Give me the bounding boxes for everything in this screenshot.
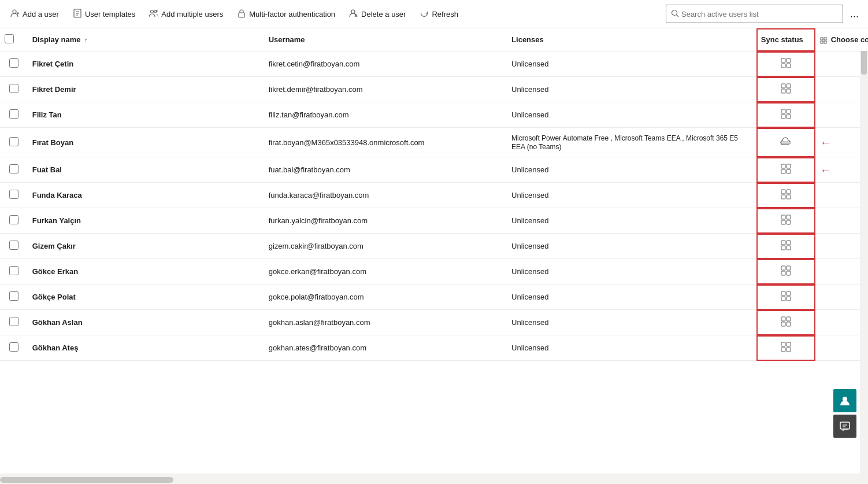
svg-rect-19	[821, 41, 823, 43]
svg-rect-60	[787, 322, 791, 326]
svg-rect-38	[787, 190, 791, 194]
synced-icon	[781, 189, 791, 199]
synced-icon	[781, 58, 791, 68]
mfa-button[interactable]: Multi-factor authentication	[231, 5, 341, 23]
username-value: gokhan.ates@firatboyan.com	[269, 343, 366, 352]
row-licenses-cell: Unlicensed	[507, 335, 756, 361]
username-label: Username	[269, 35, 305, 44]
select-all-checkbox[interactable]	[5, 34, 14, 43]
toolbar: Add a user User templates Add multiple u…	[0, 0, 868, 28]
svg-rect-57	[781, 317, 785, 321]
row-checkbox[interactable]	[9, 317, 18, 326]
row-checkbox[interactable]	[9, 291, 18, 301]
svg-rect-45	[781, 241, 785, 245]
fab-user-button[interactable]	[833, 389, 856, 412]
row-checkbox-cell	[0, 259, 28, 285]
svg-rect-11	[239, 13, 244, 17]
username-value: gokhan.aslan@firatboyan.com	[269, 318, 370, 327]
row-sync-status-cell	[756, 335, 815, 361]
row-username-cell: gokce.polat@firatboyan.com	[264, 285, 507, 310]
row-checkbox[interactable]	[9, 58, 18, 68]
svg-rect-40	[787, 195, 791, 199]
table-container: Display name ↑ Username Licenses Sync st…	[0, 28, 868, 474]
username-value: gokce.polat@firatboyan.com	[269, 293, 364, 301]
synced-icon	[781, 109, 791, 119]
svg-rect-27	[781, 89, 785, 93]
row-checkbox[interactable]	[9, 84, 18, 93]
row-licenses-cell: Unlicensed	[507, 51, 756, 77]
licenses-value: Unlicensed	[511, 267, 548, 276]
row-checkbox-cell	[0, 234, 28, 259]
add-user-button[interactable]: Add a user	[5, 5, 65, 23]
row-licenses-cell: Unlicensed	[507, 234, 756, 259]
row-checkbox[interactable]	[9, 266, 18, 275]
row-username-cell: fuat.bal@firatboyan.com	[264, 157, 507, 183]
select-all-header	[0, 28, 28, 51]
fab-chat-icon	[839, 420, 851, 432]
row-checkbox[interactable]	[9, 342, 18, 352]
licenses-value: Unlicensed	[511, 110, 548, 119]
row-checkbox[interactable]	[9, 190, 18, 199]
row-checkbox-cell	[0, 51, 28, 77]
svg-rect-61	[781, 342, 785, 346]
row-username-cell: funda.karaca@firatboyan.com	[264, 183, 507, 208]
svg-rect-39	[781, 195, 785, 199]
row-username-cell: gokce.erkan@firatboyan.com	[264, 259, 507, 285]
svg-rect-50	[787, 266, 791, 270]
user-display-name: Gökçe Polat	[32, 293, 76, 301]
svg-rect-54	[787, 291, 791, 295]
svg-rect-55	[781, 297, 785, 301]
svg-rect-66	[840, 422, 850, 429]
vertical-scrollbar[interactable]	[860, 28, 868, 474]
row-checkbox[interactable]	[9, 137, 18, 146]
delete-user-button[interactable]: Delete a user	[343, 5, 411, 23]
row-checkbox-cell	[0, 335, 28, 361]
svg-rect-37	[781, 190, 785, 194]
table-row: Gökhan Aslan⋮gokhan.aslan@firatboyan.com…	[0, 310, 868, 335]
row-name-cell: Gökhan Ateş⋮	[28, 335, 264, 361]
row-checkbox[interactable]	[9, 241, 18, 250]
svg-line-16	[676, 14, 678, 17]
user-display-name: Gökhan Ateş	[32, 343, 79, 352]
refresh-button[interactable]: Refresh	[414, 5, 464, 23]
more-options-button[interactable]: ...	[845, 5, 863, 24]
svg-rect-30	[787, 109, 791, 113]
table-row: Fikret Çetin⋮fikret.cetin@firatboyan.com…	[0, 51, 868, 77]
row-checkbox-cell	[0, 128, 28, 157]
horizontal-scrollbar[interactable]	[0, 474, 868, 484]
user-templates-icon	[73, 9, 82, 20]
add-multiple-users-button[interactable]: Add multiple users	[143, 5, 229, 23]
svg-rect-21	[781, 58, 785, 62]
svg-rect-29	[781, 109, 785, 113]
table-row: Gizem Çakır⋮gizem.cakir@firatboyan.comUn…	[0, 234, 868, 259]
fab-user-icon	[839, 395, 851, 407]
licenses-value: Unlicensed	[511, 60, 548, 68]
svg-rect-43	[781, 220, 785, 224]
refresh-icon	[420, 9, 429, 20]
row-name-cell: Furkan Yalçın⋮	[28, 208, 264, 234]
row-checkbox[interactable]	[9, 164, 18, 173]
row-checkbox-cell	[0, 157, 28, 183]
add-user-label: Add a user	[23, 10, 59, 19]
display-name-header[interactable]: Display name ↑	[28, 28, 264, 51]
fab-chat-button[interactable]	[833, 415, 856, 438]
username-value: fikret.demir@firatboyan.com	[269, 85, 363, 94]
row-checkbox[interactable]	[9, 215, 18, 224]
svg-rect-49	[781, 266, 785, 270]
row-licenses-cell: Unlicensed	[507, 157, 756, 183]
row-checkbox[interactable]	[9, 109, 18, 119]
svg-rect-46	[787, 241, 791, 245]
svg-rect-44	[787, 220, 791, 224]
table-row: Furkan Yalçın⋮furkan.yalcin@firatboyan.c…	[0, 208, 868, 234]
choose-columns-header[interactable]: Choose co	[815, 28, 868, 51]
svg-rect-22	[787, 58, 791, 62]
sync-status-header: Sync status	[756, 28, 815, 51]
row-sync-status-cell	[756, 259, 815, 285]
user-templates-button[interactable]: User templates	[67, 5, 141, 23]
search-input[interactable]	[681, 10, 838, 19]
username-value: gizem.cakir@firatboyan.com	[269, 242, 363, 250]
svg-rect-42	[787, 215, 791, 219]
row-name-cell: Gökhan Aslan⋮	[28, 310, 264, 335]
row-licenses-cell: Unlicensed	[507, 259, 756, 285]
table-row: Gökçe Polat⋮gokce.polat@firatboyan.comUn…	[0, 285, 868, 310]
